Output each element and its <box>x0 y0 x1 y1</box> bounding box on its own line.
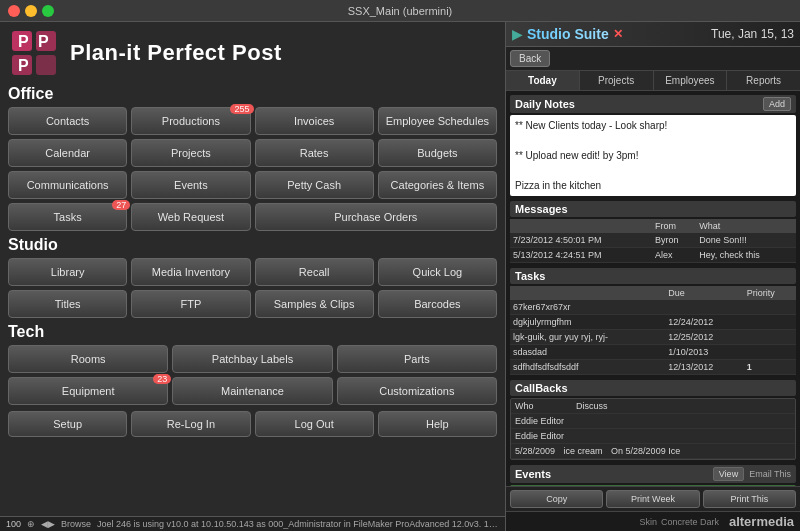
daily-notes-content[interactable]: ** New Clients today - Look sharp! ** Up… <box>510 115 796 196</box>
relog-button[interactable]: Re-Log In <box>131 411 250 437</box>
task-name-3: lgk-guik, gur yuy ryj, ryj- <box>510 330 665 345</box>
skin-label: Skin <box>639 517 657 527</box>
studio-suite-title: Studio Suite <box>527 26 609 42</box>
events-header-actions: View Email This <box>713 467 791 481</box>
maximize-button[interactable] <box>42 5 54 17</box>
app-logo: P P P <box>8 27 60 79</box>
left-panel: P P P Plan-it Perfect Post Office Contac… <box>0 22 505 531</box>
rates-button[interactable]: Rates <box>255 139 374 167</box>
studio-logo: ▶ Studio Suite ✕ <box>512 26 623 42</box>
employee-schedules-button[interactable]: Employee Schedules <box>378 107 497 135</box>
svg-text:P: P <box>18 57 29 74</box>
events-view-button[interactable]: View <box>713 467 744 481</box>
logout-button[interactable]: Log Out <box>255 411 374 437</box>
tasks-title: Tasks <box>515 270 545 282</box>
close-button[interactable] <box>8 5 20 17</box>
events-button[interactable]: Events <box>131 171 250 199</box>
tab-reports[interactable]: Reports <box>727 71 800 90</box>
projects-button[interactable]: Projects <box>131 139 250 167</box>
setup-button[interactable]: Setup <box>8 411 127 437</box>
contacts-button[interactable]: Contacts <box>8 107 127 135</box>
table-row[interactable]: 67ker67xr67xr <box>510 300 796 315</box>
equipment-button[interactable]: Equipment 23 <box>8 377 168 405</box>
print-this-button[interactable]: Print This <box>703 490 796 508</box>
petty-cash-button[interactable]: Petty Cash <box>255 171 374 199</box>
recall-button[interactable]: Recall <box>255 258 374 286</box>
msg-from-1: Byron <box>652 233 696 248</box>
table-row[interactable]: lgk-guik, gur yuy ryj, ryj- 12/25/2012 <box>510 330 796 345</box>
daily-notes-add[interactable]: Add <box>763 97 791 111</box>
tab-employees[interactable]: Employees <box>654 71 728 90</box>
task-due-2: 12/24/2012 <box>665 315 743 330</box>
print-week-button[interactable]: Print Week <box>606 490 699 508</box>
task-due-3: 12/25/2012 <box>665 330 743 345</box>
calendar-button[interactable]: Calendar <box>8 139 127 167</box>
callbacks-title: CallBacks <box>515 382 568 394</box>
daily-notes-title: Daily Notes <box>515 98 575 110</box>
cb-discuss-header: Discuss <box>576 401 608 411</box>
purchase-orders-button[interactable]: Purchase Orders <box>255 203 498 231</box>
main-container: P P P Plan-it Perfect Post Office Contac… <box>0 22 800 531</box>
copy-button[interactable]: Copy <box>510 490 603 508</box>
action-buttons: Copy Print Week Print This <box>506 486 800 511</box>
tasks-button[interactable]: Tasks 27 <box>8 203 127 231</box>
customizations-button[interactable]: Customizations <box>337 377 497 405</box>
quick-log-button[interactable]: Quick Log <box>378 258 497 286</box>
note-line-5: Pizza in the kitchen <box>515 178 791 193</box>
categories-items-button[interactable]: Categories & Items <box>378 171 497 199</box>
tasks-table: Due Priority 67ker67xr67xr dgkjulyrmgfhm <box>510 286 796 375</box>
messages-section: Messages From What 7/23/2012 4:50:01 PM <box>510 201 796 263</box>
maintenance-button[interactable]: Maintenance <box>172 377 332 405</box>
callbacks-header: CallBacks <box>510 380 796 396</box>
rooms-button[interactable]: Rooms <box>8 345 168 373</box>
right-panel: ▶ Studio Suite ✕ Tue, Jan 15, 13 Back To… <box>505 22 800 531</box>
communications-button[interactable]: Communications <box>8 171 127 199</box>
minimize-button[interactable] <box>25 5 37 17</box>
samples-clips-button[interactable]: Samples & Clips <box>255 290 374 318</box>
media-inventory-button[interactable]: Media Inventory <box>131 258 250 286</box>
budgets-button[interactable]: Budgets <box>378 139 497 167</box>
library-button[interactable]: Library <box>8 258 127 286</box>
table-row[interactable]: 7/23/2012 4:50:01 PM Byron Done Son!!! <box>510 233 796 248</box>
back-button[interactable]: Back <box>510 50 550 67</box>
patchbay-labels-button[interactable]: Patchbay Labels <box>172 345 332 373</box>
help-button[interactable]: Help <box>378 411 497 437</box>
parts-button[interactable]: Parts <box>337 345 497 373</box>
tab-today[interactable]: Today <box>506 71 580 90</box>
nav-tabs: Today Projects Employees Reports <box>506 71 800 91</box>
office-row2: Calendar Projects Rates Budgets <box>8 139 497 167</box>
list-item[interactable]: 5/28/2009 ice cream On 5/28/2009 Ice <box>511 444 795 459</box>
productions-button[interactable]: Productions 255 <box>131 107 250 135</box>
list-item[interactable]: Eddie Editor <box>511 429 795 444</box>
nav-arrows[interactable]: ◀▶ <box>41 519 55 529</box>
ftp-button[interactable]: FTP <box>131 290 250 318</box>
back-row: Back <box>506 47 800 71</box>
table-row[interactable]: 5/13/2012 4:24:51 PM Alex Hey, check thi… <box>510 248 796 263</box>
studio-section-header: Studio <box>8 236 497 254</box>
task-name-1: 67ker67xr67xr <box>510 300 665 315</box>
right-content: Daily Notes Add ** New Clients today - L… <box>506 91 800 486</box>
web-request-button[interactable]: Web Request <box>131 203 250 231</box>
table-row[interactable]: sdasdad 1/10/2013 <box>510 345 796 360</box>
invoices-button[interactable]: Invoices <box>255 107 374 135</box>
tasks-badge: 27 <box>112 200 130 210</box>
office-section: Office Contacts Productions 255 Invoices… <box>8 85 497 231</box>
tab-projects[interactable]: Projects <box>580 71 654 90</box>
task-priority-1 <box>744 300 796 315</box>
zoom-icon: ⊕ <box>27 519 35 529</box>
svg-rect-3 <box>36 55 56 75</box>
task-due-5: 12/13/2012 <box>665 360 743 375</box>
list-item[interactable]: Eddie Editor <box>511 414 795 429</box>
events-section: Events View Email This 9:00 AM Audio Rel… <box>510 465 796 486</box>
barcodes-button[interactable]: Barcodes <box>378 290 497 318</box>
window-controls[interactable] <box>8 5 54 17</box>
studio-section: Studio Library Media Inventory Recall Qu… <box>8 236 497 318</box>
callbacks-content: Who Discuss Eddie Editor Eddie Editor 5/… <box>510 398 796 460</box>
cb-date: 5/28/2009 <box>515 446 555 456</box>
left-content: P P P Plan-it Perfect Post Office Contac… <box>0 22 505 473</box>
msg-date-1: 7/23/2012 4:50:01 PM <box>510 233 652 248</box>
titles-button[interactable]: Titles <box>8 290 127 318</box>
table-row[interactable]: sdfhdfsdfsdfsddf 12/13/2012 1 <box>510 360 796 375</box>
events-title: Events <box>515 468 551 480</box>
table-row[interactable]: dgkjulyrmgfhm 12/24/2012 <box>510 315 796 330</box>
